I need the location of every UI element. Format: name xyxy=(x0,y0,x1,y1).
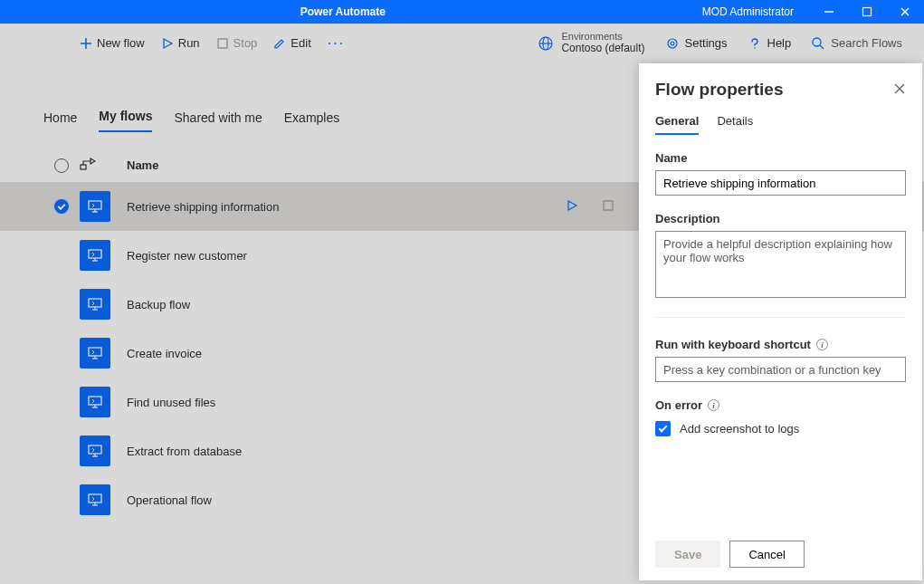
sort-type[interactable] xyxy=(80,158,116,173)
flow-name: Extract from database xyxy=(127,445,242,458)
row-icon xyxy=(80,191,116,222)
svg-line-15 xyxy=(820,45,824,49)
tab-home[interactable]: Home xyxy=(43,110,77,132)
flow-name: Backup flow xyxy=(127,298,190,311)
divider xyxy=(655,317,906,318)
svg-marker-17 xyxy=(90,158,95,164)
screenshot-checkbox-label: Add screenshot to logs xyxy=(680,422,799,436)
svg-point-13 xyxy=(754,47,756,49)
row-icon xyxy=(80,436,116,466)
settings-button[interactable]: Settings xyxy=(656,36,737,51)
row-stop-button xyxy=(602,199,614,215)
settings-label: Settings xyxy=(685,36,728,50)
tab-examples[interactable]: Examples xyxy=(284,110,339,132)
environment-name: Contoso (default) xyxy=(561,43,644,55)
cancel-button[interactable]: Cancel xyxy=(729,541,804,568)
desktop-flow-icon xyxy=(80,484,110,515)
description-label: Description xyxy=(655,212,906,225)
minimize-button[interactable] xyxy=(810,0,848,24)
checked-circle-icon xyxy=(54,199,69,214)
svg-rect-27 xyxy=(89,299,101,307)
row-icon xyxy=(80,484,116,515)
screenshot-checkbox[interactable]: Add screenshot to logs xyxy=(655,421,906,436)
select-all[interactable] xyxy=(43,158,80,173)
more-actions-button[interactable]: ··· xyxy=(320,35,352,52)
svg-rect-23 xyxy=(604,201,613,210)
close-icon xyxy=(893,82,906,95)
flow-description-input[interactable] xyxy=(655,231,906,298)
play-icon xyxy=(566,199,578,212)
flow-name: Operational flow xyxy=(127,493,212,507)
svg-marker-22 xyxy=(568,201,576,210)
app-title: Power Automate xyxy=(0,5,686,18)
name-label: Name xyxy=(655,151,906,165)
checkbox-checked-icon xyxy=(655,421,671,436)
stop-icon xyxy=(216,37,229,50)
svg-point-12 xyxy=(671,42,674,45)
search-icon xyxy=(811,36,825,51)
svg-rect-24 xyxy=(89,250,101,258)
stop-label: Stop xyxy=(233,36,258,50)
circle-icon xyxy=(54,158,69,173)
row-icon xyxy=(80,338,116,369)
panel-tab-details[interactable]: Details xyxy=(717,114,753,135)
svg-rect-1 xyxy=(863,8,872,16)
help-label: Help xyxy=(767,36,792,50)
desktop-flow-icon xyxy=(80,387,110,417)
new-flow-button[interactable]: New flow xyxy=(72,33,152,53)
shortcut-input[interactable] xyxy=(655,357,906,382)
tab-my-flows[interactable]: My flows xyxy=(99,109,152,132)
close-panel-button[interactable] xyxy=(893,82,906,98)
toolbar: New flow Run Stop Edit ··· Environments … xyxy=(0,24,924,63)
new-flow-label: New flow xyxy=(97,36,145,50)
shortcut-label: Run with keyboard shortcuti xyxy=(655,338,906,351)
tab-shared[interactable]: Shared with me xyxy=(174,110,262,132)
desktop-flow-icon xyxy=(80,289,110,320)
info-icon[interactable]: i xyxy=(816,339,828,350)
desktop-flow-icon xyxy=(80,338,110,369)
row-run-button[interactable] xyxy=(566,199,578,215)
svg-point-14 xyxy=(813,38,821,46)
panel-tab-general[interactable]: General xyxy=(655,114,699,135)
flow-name: Retrieve shipping information xyxy=(127,200,279,214)
maximize-button[interactable] xyxy=(848,0,886,24)
desktop-flow-icon xyxy=(80,191,110,222)
desktop-flow-icon xyxy=(80,436,110,466)
row-icon xyxy=(80,289,116,320)
window-controls xyxy=(810,0,924,24)
plus-icon xyxy=(80,37,92,50)
search-button[interactable]: Search Flows xyxy=(802,36,911,51)
svg-rect-36 xyxy=(89,445,101,454)
flow-name: Create invoice xyxy=(127,347,202,360)
edit-button[interactable]: Edit xyxy=(266,33,318,53)
globe-icon xyxy=(538,35,554,52)
help-button[interactable]: Help xyxy=(738,36,801,51)
run-button[interactable]: Run xyxy=(154,33,207,53)
column-name[interactable]: Name xyxy=(116,158,725,172)
titlebar: Power Automate MOD Administrator xyxy=(0,0,924,24)
run-label: Run xyxy=(178,36,200,50)
close-window-button[interactable] xyxy=(886,0,924,24)
row-icon xyxy=(80,387,116,417)
current-user[interactable]: MOD Administrator xyxy=(686,5,810,18)
info-icon[interactable]: i xyxy=(708,399,719,411)
environment-picker[interactable]: Environments Contoso (default) xyxy=(529,31,653,54)
desktop-flow-icon xyxy=(80,240,110,271)
flow-name: Register new customer xyxy=(127,249,247,263)
svg-rect-16 xyxy=(81,165,86,169)
row-select[interactable] xyxy=(43,199,80,214)
flow-properties-panel: Flow properties General Details Name Des… xyxy=(639,63,922,580)
search-placeholder: Search Flows xyxy=(831,36,902,50)
stop-button: Stop xyxy=(209,33,265,53)
stop-icon xyxy=(602,199,614,212)
svg-rect-33 xyxy=(89,397,101,405)
flow-name-input[interactable] xyxy=(655,170,906,196)
help-icon xyxy=(748,36,762,51)
play-icon xyxy=(161,37,174,50)
edit-label: Edit xyxy=(291,36,310,50)
svg-point-11 xyxy=(668,39,677,48)
svg-rect-7 xyxy=(218,39,227,48)
row-icon xyxy=(80,240,116,271)
panel-tabs: General Details xyxy=(655,114,906,135)
pencil-icon xyxy=(273,37,286,50)
